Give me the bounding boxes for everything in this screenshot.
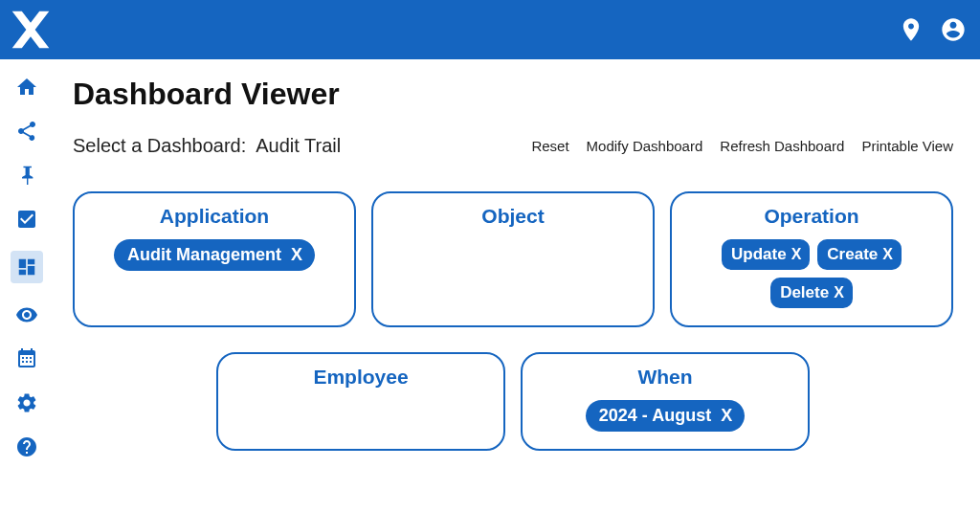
help-icon[interactable] bbox=[14, 434, 39, 459]
chip-delete[interactable]: Delete X bbox=[770, 278, 853, 308]
location-icon[interactable] bbox=[898, 16, 924, 43]
app-header bbox=[0, 0, 980, 59]
printable-view-link[interactable]: Printable View bbox=[861, 138, 953, 154]
chip-audit-management[interactable]: Audit Management X bbox=[114, 239, 315, 271]
sidebar bbox=[0, 59, 54, 512]
chip-label: Create bbox=[827, 245, 878, 264]
filter-card-when: When 2024 - August X bbox=[521, 352, 810, 451]
chip-create[interactable]: Create X bbox=[817, 239, 902, 270]
card-title: Employee bbox=[232, 366, 490, 389]
main-content: Dashboard Viewer Select a Dashboard: Aud… bbox=[54, 59, 980, 512]
card-title: When bbox=[536, 366, 794, 389]
chip-when[interactable]: 2024 - August X bbox=[586, 400, 745, 432]
refresh-dashboard-link[interactable]: Refresh Dashboard bbox=[720, 138, 844, 154]
modify-dashboard-link[interactable]: Modify Dashboard bbox=[587, 138, 703, 154]
chip-label: Delete bbox=[780, 283, 829, 302]
card-title: Operation bbox=[685, 205, 938, 228]
close-icon[interactable]: X bbox=[291, 245, 301, 265]
dashboard-icon[interactable] bbox=[11, 251, 43, 283]
filter-card-operation: Operation Update X Create X Delete X bbox=[670, 191, 953, 327]
user-avatar-icon[interactable] bbox=[940, 16, 967, 43]
dashboard-selector[interactable]: Select a Dashboard: Audit Trail bbox=[73, 135, 341, 157]
gear-icon[interactable] bbox=[14, 390, 39, 415]
home-icon[interactable] bbox=[14, 75, 39, 100]
chip-label: 2024 - August bbox=[599, 406, 711, 426]
chip-label: Update bbox=[731, 245, 787, 264]
share-icon[interactable] bbox=[14, 119, 39, 144]
chip-label: Audit Management bbox=[127, 245, 281, 265]
dashboard-controls-row: Select a Dashboard: Audit Trail Reset Mo… bbox=[73, 135, 953, 157]
header-actions bbox=[898, 16, 967, 43]
filter-card-employee: Employee bbox=[216, 352, 505, 451]
card-title: Application bbox=[88, 205, 341, 228]
reset-link[interactable]: Reset bbox=[531, 138, 568, 154]
app-logo bbox=[8, 7, 54, 53]
pin-icon[interactable] bbox=[14, 163, 39, 188]
checkbox-icon[interactable] bbox=[14, 207, 39, 232]
page-title: Dashboard Viewer bbox=[73, 77, 953, 112]
visibility-icon[interactable] bbox=[14, 302, 39, 327]
close-icon[interactable]: X bbox=[791, 246, 801, 263]
filter-card-object: Object bbox=[371, 191, 655, 327]
chip-update[interactable]: Update X bbox=[722, 239, 810, 270]
selector-value: Audit Trail bbox=[256, 135, 341, 157]
calendar-icon[interactable] bbox=[14, 346, 39, 371]
selector-label: Select a Dashboard: bbox=[73, 135, 246, 157]
close-icon[interactable]: X bbox=[721, 406, 731, 426]
close-icon[interactable]: X bbox=[834, 284, 843, 301]
filter-card-application: Application Audit Management X bbox=[73, 191, 356, 327]
card-title: Object bbox=[387, 205, 639, 228]
dashboard-actions: Reset Modify Dashboard Refresh Dashboard… bbox=[531, 138, 953, 154]
close-icon[interactable]: X bbox=[882, 246, 892, 263]
